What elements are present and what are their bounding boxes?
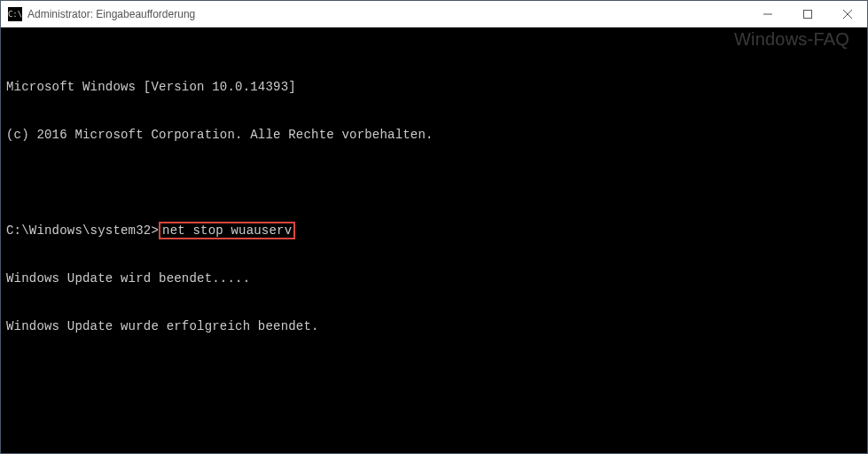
console-blank bbox=[6, 175, 862, 191]
minimize-button[interactable] bbox=[747, 1, 787, 27]
console-line: Microsoft Windows [Version 10.0.14393] bbox=[6, 79, 862, 95]
maximize-button[interactable] bbox=[787, 1, 827, 27]
console-line: (c) 2016 Microsoft Corporation. Alle Rec… bbox=[6, 127, 862, 143]
titlebar[interactable]: C:\ Administrator: Eingabeaufforderung bbox=[1, 1, 867, 27]
cmd-icon: C:\ bbox=[8, 7, 22, 21]
cmd-window: C:\ Administrator: Eingabeaufforderung W… bbox=[0, 0, 868, 454]
console-line: Windows Update wird beendet..... bbox=[6, 270, 862, 286]
watermark: Windows-FAQ bbox=[734, 31, 849, 47]
window-title: Administrator: Eingabeaufforderung bbox=[27, 8, 195, 20]
svg-rect-1 bbox=[803, 10, 811, 18]
titlebar-left: C:\ Administrator: Eingabeaufforderung bbox=[8, 7, 195, 21]
console-blank bbox=[6, 366, 862, 382]
prompt: C:\Windows\system32> bbox=[6, 223, 159, 238]
close-button[interactable] bbox=[827, 1, 867, 27]
highlighted-command: net stop wuauserv bbox=[159, 222, 295, 239]
console-line: Windows Update wurde erfolgreich beendet… bbox=[6, 318, 862, 334]
window-controls bbox=[747, 1, 867, 27]
console-blank bbox=[6, 414, 862, 430]
console-area[interactable]: Windows-FAQ Microsoft Windows [Version 1… bbox=[1, 27, 867, 453]
console-line: C:\Windows\system32>net stop wuauserv bbox=[6, 223, 862, 239]
